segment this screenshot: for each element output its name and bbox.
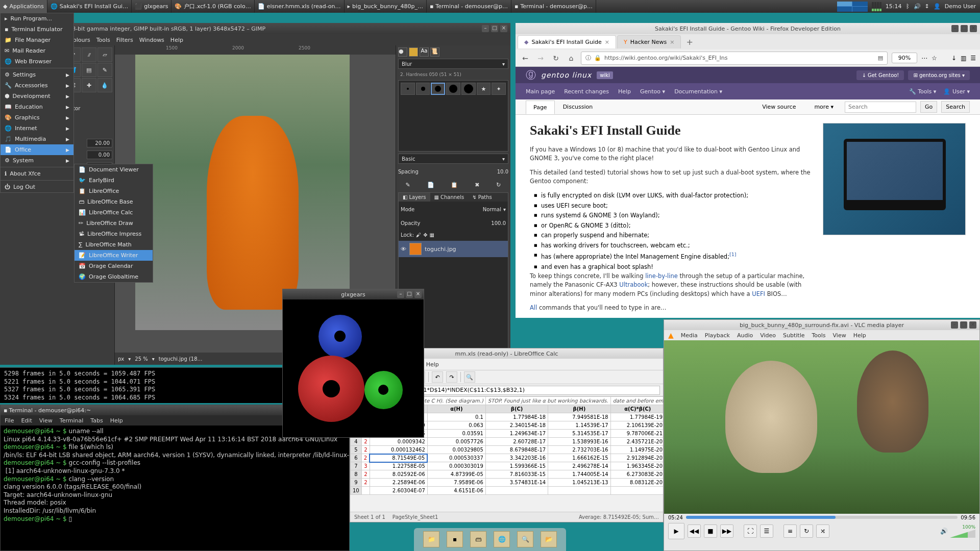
maximize-button[interactable]: □ xyxy=(491,25,498,32)
minimize-button[interactable]: – xyxy=(397,291,404,298)
tab-close-icon[interactable]: × xyxy=(605,39,609,45)
minimize-button[interactable]: – xyxy=(951,25,959,32)
vlc-menu-help[interactable]: Help xyxy=(853,332,866,339)
vlc-menu-subtitle[interactable]: Subtitle xyxy=(783,332,804,339)
volume-slider[interactable] xyxy=(950,530,975,538)
vlc-titlebar[interactable]: big_buck_bunny_480p_surround-fix.avi - V… xyxy=(664,320,979,330)
submenu-libreoffice-draw[interactable]: ✏LibreOffice Draw xyxy=(75,218,153,229)
minimize-button[interactable]: – xyxy=(482,25,489,32)
prev-button[interactable]: ◀◀ xyxy=(688,524,701,538)
tool-perspective[interactable]: ▱ xyxy=(97,47,112,62)
term-menu-help[interactable]: Help xyxy=(110,417,123,424)
vlc-menu-playback[interactable]: Playback xyxy=(705,332,730,339)
submenu-libreoffice-calc[interactable]: 📊LibreOffice Calc xyxy=(75,207,153,218)
dock-folder[interactable]: 📂 xyxy=(541,531,557,547)
brush-grid[interactable]: ★ ✦ xyxy=(398,80,508,152)
browser-tab[interactable]: ◆Sakaki's EFI Install Guide× xyxy=(518,35,616,48)
fullscreen-button[interactable]: ⛶ xyxy=(744,524,757,538)
wiki-go-button[interactable]: Go xyxy=(920,101,937,113)
menu-office[interactable]: 📄Office▶ xyxy=(1,144,74,155)
dock-home-folder[interactable]: 📁 xyxy=(423,531,439,547)
wiki-ref[interactable]: [1] xyxy=(729,252,737,257)
tool-gradient[interactable]: ▤ xyxy=(82,63,96,77)
brush-duplicate-icon[interactable]: 📋 xyxy=(451,182,458,188)
redo-icon[interactable]: ↷ xyxy=(446,371,457,383)
menu-log-out[interactable]: ⏻Log Out xyxy=(1,182,74,192)
hamburger-menu-icon[interactable]: ☰ xyxy=(970,55,976,62)
menu-run-program[interactable]: ▸Run Program... xyxy=(1,13,74,24)
seek-slider[interactable] xyxy=(686,516,958,519)
term-menu-tabs[interactable]: Tabs xyxy=(90,417,103,424)
forward-button[interactable]: → xyxy=(535,53,546,64)
close-button[interactable]: × xyxy=(500,25,507,32)
taskbar-item[interactable]: 📄eisner.hmm.xls (read-on… xyxy=(255,0,345,13)
menu-help[interactable]: Help xyxy=(170,37,183,43)
wiki-tab-discussion[interactable]: Discussion xyxy=(556,101,600,113)
menu-graphics[interactable]: 🎨Graphics▶ xyxy=(1,112,74,123)
firefox-titlebar[interactable]: Sakaki's EFI Install Guide - Gentoo Wiki… xyxy=(516,23,980,34)
vlc-menu-media[interactable]: Media xyxy=(681,332,698,339)
loop-button[interactable]: ↻ xyxy=(800,524,813,538)
tool-heal[interactable]: ✚ xyxy=(82,78,96,92)
wiki-link[interactable]: All xyxy=(530,304,537,311)
submenu-earlybird[interactable]: 🐦EarlyBird xyxy=(75,175,153,186)
terminal-body[interactable]: demouser@pi64 ~ $ uname --allLinux pi64 … xyxy=(1,425,349,525)
network-icon[interactable]: ↕ xyxy=(925,3,929,10)
submenu-libreoffice-writer[interactable]: 📝LibreOffice Writer xyxy=(75,250,153,261)
find-icon[interactable]: 🔍 xyxy=(464,371,475,383)
info-icon[interactable]: ⓘ xyxy=(585,54,591,62)
channels-tab[interactable]: ▦ Channels xyxy=(430,193,469,202)
wiki-view-source[interactable]: View source xyxy=(755,101,803,113)
menu-tools[interactable]: Tools xyxy=(96,37,110,43)
dock-tab-brushes[interactable]: ● xyxy=(398,47,407,57)
submenu-document-viewer[interactable]: 📄Document Viewer xyxy=(75,164,153,175)
brush-new-icon[interactable]: 📄 xyxy=(427,182,434,188)
play-button[interactable]: ▶ xyxy=(668,523,684,539)
shuffle-button[interactable]: ⤨ xyxy=(816,524,829,538)
nav-gentoo[interactable]: Gentoo ▾ xyxy=(640,88,665,95)
menu-internet[interactable]: 🌐Internet▶ xyxy=(1,123,74,134)
submenu-libreoffice-base[interactable]: 🗃LibreOffice Base xyxy=(75,196,153,207)
term-menu-terminal[interactable]: Terminal xyxy=(60,417,84,424)
menu-system[interactable]: ⚙System▶ xyxy=(1,155,74,166)
wiki-search-input[interactable] xyxy=(845,102,916,113)
menu-multimedia[interactable]: 🎵Multimedia▶ xyxy=(1,134,74,144)
term-menu-file[interactable]: File xyxy=(5,417,14,424)
term-menu-view[interactable]: View xyxy=(39,417,53,424)
gimp-titlebar[interactable]: 户口.xcf-1.0 (RGB colour 8-bit gamma integ… xyxy=(0,23,510,34)
menu-terminal-emulator[interactable]: ▪Terminal Emulator xyxy=(1,24,74,35)
dock-tab-history[interactable]: 📜 xyxy=(430,47,439,57)
glxgears-titlebar[interactable]: glxgears –□× xyxy=(283,289,424,299)
reader-mode-icon[interactable]: ▤ xyxy=(878,55,883,61)
gentoo-sites-button[interactable]: ⊞ gentoo.org sites ▾ xyxy=(908,70,970,80)
layers-tab[interactable]: ◧ Layers xyxy=(399,193,430,202)
aspect-input[interactable] xyxy=(87,151,112,159)
stop-button[interactable]: ■ xyxy=(704,524,717,538)
dock-file-manager[interactable]: 🗃 xyxy=(470,531,486,547)
blur-dropdown[interactable]: Blur▾ xyxy=(398,59,508,69)
unit-selector[interactable]: px xyxy=(118,356,124,362)
vlc-menu-video[interactable]: Video xyxy=(760,332,776,339)
menu-education[interactable]: 📖Education▶ xyxy=(1,102,74,112)
nav-tools[interactable]: 🔧 Tools ▾ xyxy=(909,88,937,95)
bluetooth-icon[interactable]: ᛒ xyxy=(906,3,910,10)
size-input[interactable] xyxy=(87,139,112,147)
lock-alpha-icon[interactable]: ▦ xyxy=(430,232,434,238)
menu-file-manager[interactable]: 📁File Manager xyxy=(1,35,74,45)
wiki-tab-page[interactable]: Page xyxy=(526,101,555,114)
nav-help[interactable]: Help xyxy=(618,88,631,95)
maximize-button[interactable]: □ xyxy=(960,321,967,329)
submenu-libreoffice-math[interactable]: ∑LibreOffice Math xyxy=(75,239,153,250)
wiki-link[interactable]: UEFI xyxy=(752,290,765,297)
taskbar-item[interactable]: ▪Terminal - demouser@p… xyxy=(427,0,511,13)
new-tab-button[interactable]: + xyxy=(682,37,697,47)
dock-terminal[interactable]: ▪ xyxy=(447,531,463,547)
nav-documentation[interactable]: Documentation ▾ xyxy=(674,88,722,95)
taskbar-item[interactable]: ▪Terminal - demouser@p… xyxy=(511,0,596,13)
tab-close-icon[interactable]: × xyxy=(670,39,674,45)
menu-accessories[interactable]: 🔧Accessories▶ xyxy=(1,80,74,91)
reload-button[interactable]: ↻ xyxy=(550,53,561,64)
wiki-search-button[interactable]: Search xyxy=(941,101,970,113)
layer-opacity-value[interactable]: 100.0 xyxy=(491,220,506,226)
lock-pixels-icon[interactable]: 🖌 xyxy=(416,232,421,238)
